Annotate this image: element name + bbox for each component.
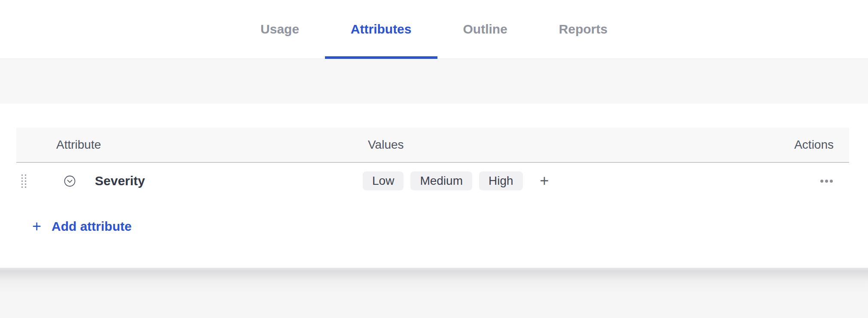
tab-bar: Usage Attributes Outline Reports bbox=[0, 0, 868, 59]
values-cell: Low Medium High + bbox=[363, 171, 819, 190]
sub-header-band bbox=[0, 59, 868, 104]
tab-outline[interactable]: Outline bbox=[437, 0, 533, 58]
attribute-cell: Severity bbox=[16, 174, 363, 188]
value-chip[interactable]: High bbox=[479, 171, 523, 190]
add-value-button[interactable]: + bbox=[538, 173, 551, 189]
tab-attributes-label: Attributes bbox=[351, 22, 412, 37]
row-actions-menu-button[interactable] bbox=[819, 177, 834, 185]
tab-outline-label: Outline bbox=[463, 22, 507, 37]
drag-dots-icon bbox=[21, 174, 27, 188]
tab-reports[interactable]: Reports bbox=[533, 0, 633, 58]
attributes-table: Attribute Values Actions bbox=[16, 128, 849, 234]
attribute-name: Severity bbox=[95, 174, 145, 188]
tab-reports-label: Reports bbox=[559, 22, 607, 37]
plus-icon: + bbox=[32, 219, 41, 234]
page-bottom-area bbox=[0, 268, 868, 318]
chevron-down-circle-icon bbox=[64, 175, 76, 187]
column-header-values: Values bbox=[363, 138, 794, 152]
ellipsis-icon bbox=[820, 180, 823, 183]
collapse-row-button[interactable] bbox=[64, 175, 76, 187]
tab-attributes[interactable]: Attributes bbox=[325, 0, 437, 58]
drag-handle[interactable] bbox=[21, 174, 27, 188]
table-row: Severity Low Medium High + bbox=[16, 163, 849, 199]
tab-usage[interactable]: Usage bbox=[235, 0, 325, 58]
active-tab-underline bbox=[325, 56, 437, 59]
table-header-row: Attribute Values Actions bbox=[16, 128, 849, 163]
column-header-actions: Actions bbox=[794, 138, 849, 152]
add-attribute-button[interactable]: + Add attribute bbox=[32, 219, 132, 234]
tab-usage-label: Usage bbox=[261, 22, 299, 37]
actions-cell bbox=[819, 177, 849, 185]
add-attribute-label: Add attribute bbox=[52, 219, 132, 234]
value-chip[interactable]: Low bbox=[363, 171, 404, 190]
column-header-attribute: Attribute bbox=[16, 138, 363, 152]
plus-icon: + bbox=[540, 172, 549, 190]
value-chip[interactable]: Medium bbox=[410, 171, 472, 190]
attributes-panel: Attribute Values Actions bbox=[0, 104, 868, 268]
